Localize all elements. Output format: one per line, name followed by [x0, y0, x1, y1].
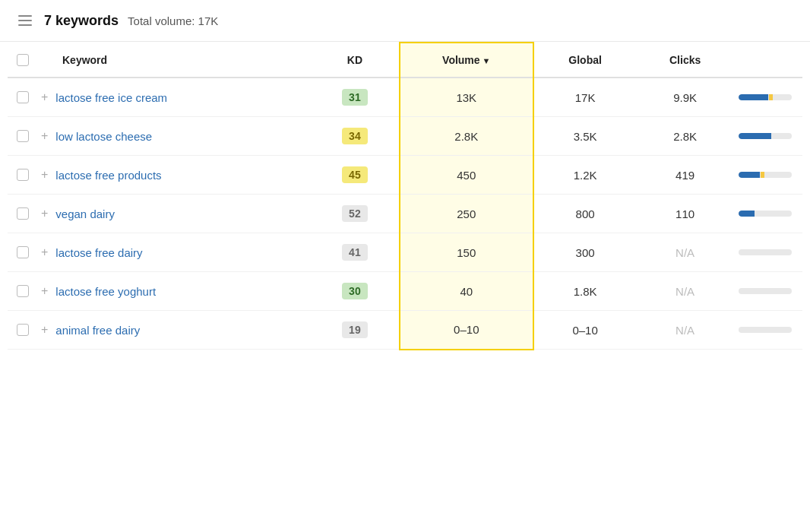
- bar-organic-2: [739, 172, 760, 178]
- global-value-5: 1.8K: [574, 285, 597, 298]
- column-global: Global: [533, 43, 636, 78]
- keyword-link-2[interactable]: lactose free products: [55, 169, 161, 182]
- kd-badge-1: 34: [342, 128, 368, 144]
- bar-organic-1: [739, 133, 771, 139]
- add-keyword-icon-3[interactable]: +: [41, 207, 48, 220]
- clicks-na-6: N/A: [676, 324, 695, 337]
- clicks-bar-6: [739, 327, 792, 333]
- clicks-bar-3: [739, 211, 792, 217]
- add-keyword-icon-5[interactable]: +: [41, 285, 48, 297]
- volume-value-6: 0–10: [454, 323, 479, 336]
- kd-badge-6: 19: [342, 321, 368, 338]
- row-checkbox-6[interactable]: [17, 324, 29, 336]
- clicks-value-2: 419: [676, 169, 695, 182]
- add-keyword-icon-0[interactable]: +: [41, 91, 48, 103]
- kd-badge-4: 41: [342, 244, 368, 261]
- volume-value-5: 40: [460, 285, 473, 298]
- keyword-link-3[interactable]: vegan dairy: [55, 207, 115, 220]
- clicks-value-0: 9.9K: [673, 91, 697, 104]
- kd-badge-5: 30: [342, 283, 368, 299]
- row-checkbox-2[interactable]: [17, 169, 29, 181]
- clicks-na-4: N/A: [676, 246, 695, 259]
- kd-badge-0: 31: [342, 89, 368, 106]
- keyword-link-1[interactable]: low lactose cheese: [55, 130, 152, 143]
- volume-value-0: 13K: [456, 91, 476, 104]
- keyword-link-0[interactable]: lactose free ice cream: [55, 91, 167, 104]
- keyword-link-4[interactable]: lactose free dairy: [55, 246, 142, 259]
- page-header: 7 keywords Total volume: 17K: [0, 0, 810, 42]
- column-volume[interactable]: Volume▼: [400, 43, 533, 78]
- volume-value-2: 450: [457, 169, 476, 182]
- bar-paid-0: [769, 94, 774, 100]
- bar-organic-0: [739, 94, 768, 100]
- clicks-value-3: 110: [676, 207, 695, 220]
- global-value-6: 0–10: [572, 324, 597, 337]
- kd-badge-3: 52: [342, 205, 368, 222]
- column-keyword: Keyword: [38, 43, 311, 78]
- clicks-bar-1: [739, 133, 792, 139]
- keywords-table-container: Keyword KD Volume▼ Global Clicks + lacto…: [0, 42, 810, 350]
- volume-value-1: 2.8K: [454, 130, 478, 143]
- row-checkbox-3[interactable]: [17, 207, 29, 220]
- clicks-bar-2: [739, 172, 792, 178]
- menu-icon[interactable]: [15, 12, 35, 29]
- table-row: + lactose free dairy 41150300N/A: [8, 233, 802, 272]
- global-value-0: 17K: [575, 91, 596, 104]
- global-value-3: 800: [576, 207, 595, 220]
- row-checkbox-4[interactable]: [17, 246, 29, 258]
- add-keyword-icon-4[interactable]: +: [41, 246, 48, 258]
- add-keyword-icon-6[interactable]: +: [41, 324, 48, 336]
- table-row: + lactose free products 454501.2K419: [8, 156, 802, 195]
- bar-organic-3: [739, 211, 755, 217]
- table-row: + vegan dairy 52250800110: [8, 195, 802, 233]
- column-clicks: Clicks: [636, 43, 734, 78]
- row-checkbox-1[interactable]: [17, 130, 29, 142]
- clicks-value-1: 2.8K: [673, 130, 697, 143]
- sort-arrow: ▼: [483, 56, 491, 65]
- bar-paid-2: [761, 172, 764, 178]
- select-all-checkbox[interactable]: [17, 54, 29, 66]
- row-checkbox-0[interactable]: [17, 91, 29, 103]
- add-keyword-icon-2[interactable]: +: [41, 169, 48, 181]
- global-value-4: 300: [576, 246, 595, 259]
- table-row: + low lactose cheese 342.8K3.5K2.8K: [8, 117, 802, 156]
- add-keyword-icon-1[interactable]: +: [41, 130, 48, 142]
- global-value-2: 1.2K: [574, 169, 597, 182]
- keyword-link-6[interactable]: animal free dairy: [55, 324, 140, 337]
- global-value-1: 3.5K: [574, 130, 597, 143]
- keywords-table: Keyword KD Volume▼ Global Clicks + lacto…: [8, 42, 802, 350]
- row-checkbox-5[interactable]: [17, 285, 29, 297]
- total-volume-label: Total volume: 17K: [128, 14, 218, 27]
- keyword-count: 7 keywords: [44, 13, 119, 29]
- table-row: + lactose free yoghurt 30401.8KN/A: [8, 272, 802, 311]
- keyword-link-5[interactable]: lactose free yoghurt: [55, 285, 156, 298]
- volume-value-3: 250: [457, 207, 476, 220]
- clicks-bar-0: [739, 94, 792, 100]
- kd-badge-2: 45: [342, 166, 368, 183]
- table-row: + lactose free ice cream 3113K17K9.9K: [8, 78, 802, 117]
- clicks-bar-4: [739, 249, 792, 255]
- column-kd: KD: [311, 43, 399, 78]
- clicks-bar-5: [739, 288, 792, 294]
- table-row: + animal free dairy 190–100–10N/A: [8, 311, 802, 350]
- volume-value-4: 150: [457, 246, 476, 259]
- clicks-na-5: N/A: [676, 285, 695, 298]
